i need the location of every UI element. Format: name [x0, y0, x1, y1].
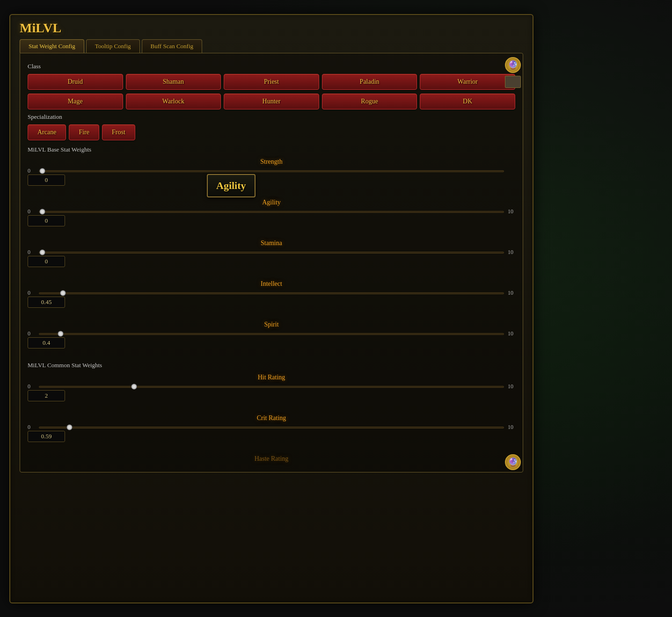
class-btn-warrior[interactable]: Warrior	[420, 74, 515, 90]
intellect-min: 0	[28, 290, 35, 297]
agility-slider[interactable]	[39, 211, 504, 213]
intellect-value-input[interactable]	[28, 297, 65, 308]
class-btn-shaman[interactable]: Shaman	[126, 74, 221, 90]
stat-spirit-group: Spirit 0 10	[28, 321, 515, 348]
stamina-slider[interactable]	[39, 252, 504, 254]
agility-min: 0	[28, 208, 35, 215]
spirit-value-input[interactable]	[28, 337, 65, 348]
tab-buff-scan-config[interactable]: Buff Scan Config	[142, 39, 202, 53]
stat-intellect-group: Intellect 0 10	[28, 280, 515, 308]
agility-slider-row: 0 10	[28, 208, 515, 215]
hit-rating-value-input[interactable]	[28, 390, 65, 401]
agility-max: 10	[508, 208, 515, 215]
corner-icon-top[interactable]: 🔮	[505, 57, 521, 73]
strength-slider-row: 0	[28, 167, 515, 174]
tabs-row: Stat Weight Config Tooltip Config Buff S…	[10, 39, 533, 53]
stat-hit-rating-group: Hit Rating 0 10	[28, 374, 515, 401]
strength-min: 0	[28, 167, 35, 174]
class-btn-warlock[interactable]: Warlock	[126, 94, 221, 109]
spirit-min: 0	[28, 330, 35, 337]
crit-rating-min: 0	[28, 424, 35, 431]
class-label: Class	[28, 63, 515, 70]
stat-intellect-label: Intellect	[28, 280, 515, 288]
stamina-slider-row: 0 10	[28, 249, 515, 256]
stat-strength-label: Strength	[28, 158, 515, 166]
tab-stat-weight-config[interactable]: Stat Weight Config	[20, 39, 84, 53]
stamina-value-input[interactable]	[28, 256, 65, 267]
strength-slider[interactable]	[39, 170, 504, 172]
class-btn-priest[interactable]: Priest	[224, 74, 319, 90]
class-btn-dk[interactable]: DK	[420, 94, 515, 109]
spec-btn-fire[interactable]: Fire	[69, 124, 99, 140]
stat-stamina-label: Stamina	[28, 240, 515, 247]
stat-spirit-label: Spirit	[28, 321, 515, 328]
class-btn-druid[interactable]: Druid	[28, 74, 123, 90]
strength-value-input[interactable]: 0	[28, 174, 65, 186]
crit-rating-value-input[interactable]	[28, 431, 65, 442]
agility-value-input[interactable]	[28, 215, 65, 226]
stat-strength-group: Strength 0 0	[28, 158, 515, 186]
crit-rating-slider[interactable]	[39, 427, 504, 428]
scrollbar-thumb[interactable]	[505, 76, 521, 88]
stat-crit-rating-label: Crit Rating	[28, 414, 515, 422]
main-window: MiLVL Stat Weight Config Tooltip Config …	[9, 14, 533, 603]
class-btn-mage[interactable]: Mage	[28, 94, 123, 109]
spec-row: Arcane Fire Frost	[28, 124, 515, 140]
haste-rating-label-hint: Haste Rating	[28, 455, 515, 463]
intellect-max: 10	[508, 290, 515, 297]
stat-agility-group: Agility 0 10	[28, 199, 515, 226]
common-stats-title: MiLVL Common Stat Weights	[28, 362, 515, 369]
spec-btn-frost[interactable]: Frost	[102, 124, 135, 140]
class-btn-paladin[interactable]: Paladin	[322, 74, 417, 90]
class-grid-row2: Mage Warlock Hunter Rogue DK	[28, 94, 515, 109]
stamina-min: 0	[28, 249, 35, 256]
class-btn-rogue[interactable]: Rogue	[322, 94, 417, 109]
base-stats-title: MiLVL Base Stat Weights	[28, 146, 515, 153]
spirit-slider[interactable]	[39, 333, 504, 335]
hit-rating-slider-row: 0 10	[28, 383, 515, 390]
hit-rating-min: 0	[28, 383, 35, 390]
spec-label: Specialization	[28, 113, 515, 121]
content-area: 🔮 Class Druid Shaman Priest Paladin Warr…	[20, 53, 523, 472]
hit-rating-slider[interactable]	[39, 386, 504, 388]
tab-tooltip-config[interactable]: Tooltip Config	[86, 39, 140, 53]
corner-icon-bottom[interactable]: 🔮	[505, 454, 521, 470]
stat-agility-label: Agility	[28, 199, 515, 206]
crit-rating-max: 10	[508, 424, 515, 431]
class-grid-row1: Druid Shaman Priest Paladin Warrior	[28, 74, 515, 90]
intellect-slider[interactable]	[39, 292, 504, 294]
class-btn-hunter[interactable]: Hunter	[224, 94, 319, 109]
stat-crit-rating-group: Crit Rating 0 10	[28, 414, 515, 442]
spirit-slider-row: 0 10	[28, 330, 515, 337]
stamina-max: 10	[508, 249, 515, 256]
spirit-max: 10	[508, 330, 515, 337]
window-title: MiLVL	[10, 15, 533, 39]
agility-tooltip-text: Agility	[216, 180, 246, 191]
stat-stamina-group: Stamina 0 10	[28, 240, 515, 267]
agility-tooltip-popup: Agility	[207, 174, 256, 197]
spec-btn-arcane[interactable]: Arcane	[28, 124, 66, 140]
hit-rating-max: 10	[508, 383, 515, 390]
intellect-slider-row: 0 10	[28, 290, 515, 297]
crit-rating-slider-row: 0 10	[28, 424, 515, 431]
stat-hit-rating-label: Hit Rating	[28, 374, 515, 381]
